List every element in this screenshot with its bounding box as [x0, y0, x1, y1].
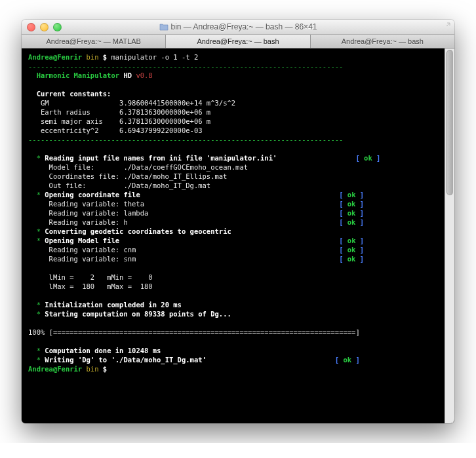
write-line: Writing 'Dg' to './Data/moho_IT_Dg.mat': [45, 356, 207, 364]
divider-2: ----------------------------------------…: [28, 136, 343, 143]
prompt-user-2: Andrea@Fenrir: [28, 365, 82, 373]
tab-bash-1[interactable]: Andrea@Freya:~ — bash: [166, 35, 310, 48]
const-1-l: Earth radius: [41, 108, 90, 116]
close-icon[interactable]: [27, 23, 35, 31]
prompt-cwd: bin: [87, 53, 99, 61]
const-0-v: 3.98600441500000e+14 m^3/s^2: [119, 99, 235, 107]
const-2-v: 6.37813630000000e+06 m: [119, 117, 210, 125]
const-2-l: semi major axis: [41, 117, 103, 125]
const-1-v: 6.37813630000000e+06 m: [119, 108, 210, 116]
ranges-2: lMax = 180 mMax = 180: [49, 282, 153, 290]
model-file-v: ./Data/coeffGOCEmoho_ocean.mat: [123, 163, 248, 171]
divider: ----------------------------------------…: [28, 62, 343, 70]
model-file-l: Model file:: [49, 163, 95, 171]
constants-heading: Current constants:: [37, 90, 111, 98]
scrollbar-thumb[interactable]: [446, 50, 453, 195]
progress-bar: [=======================================…: [49, 328, 360, 336]
prompt-symbol-2: $: [103, 365, 107, 373]
prompt-user: Andrea@Fenrir: [28, 53, 82, 61]
prompt-symbol: $: [103, 53, 107, 61]
read-h: Reading variable: h: [49, 218, 128, 226]
folder-icon: [159, 23, 169, 31]
terminal-wrap: Andrea@Fenrir bin $ manipulator -o 1 -t …: [22, 48, 454, 423]
step2-title: Opening coordinate file: [45, 191, 140, 199]
prompt-cwd-2: bin: [87, 365, 99, 373]
step1-title: Reading input file names from ini file '…: [45, 154, 277, 162]
out-file-v: ./Data/moho_IT_Dg.mat: [123, 181, 210, 189]
init-line: Initialization compleded in 20 ms: [45, 301, 182, 309]
traffic-lights: [27, 23, 62, 31]
done-line: Computation done in 10248 ms: [45, 347, 161, 354]
titlebar[interactable]: bin — Andrea@Freya:~ — bash — 86×41: [22, 20, 454, 35]
banner-name: Harmonic Manipulator: [37, 71, 119, 79]
read-snm: Reading variable: snm: [49, 255, 136, 263]
tab-bash-2[interactable]: Andrea@Freya:~ — bash: [311, 35, 454, 48]
coords-file-l: Coordinates file:: [49, 172, 119, 180]
start-line: Starting computation on 89338 points of …: [45, 310, 231, 318]
banner-version: v0.8: [136, 71, 152, 79]
const-3-v: 6.69437999220000e-03: [119, 126, 202, 134]
step3: Converting geodetic coordinates to geoce…: [45, 227, 231, 235]
terminal-output[interactable]: Andrea@Fenrir bin $ manipulator -o 1 -t …: [22, 48, 445, 423]
coords-file-v: ./Data/moho_IT_Ellips.mat: [123, 172, 227, 180]
window-title: bin — Andrea@Freya:~ — bash — 86×41: [22, 22, 454, 31]
minimize-icon[interactable]: [40, 23, 49, 31]
maximize-icon[interactable]: [53, 23, 62, 31]
ranges-1: lMin = 2 mMin = 0: [49, 273, 153, 281]
read-lambda: Reading variable: lambda: [49, 209, 149, 217]
tab-matlab[interactable]: Andrea@Freya:~ — MATLAB: [22, 35, 166, 48]
window-title-text: bin — Andrea@Freya:~ — bash — 86×41: [171, 22, 317, 31]
read-cnm: Reading variable: cnm: [49, 246, 136, 254]
progress-pct: 100%: [28, 328, 45, 336]
step4-title: Opening Model file: [45, 237, 119, 244]
read-theta: Reading variable: theta: [49, 200, 144, 208]
expand-icon[interactable]: [443, 22, 450, 30]
banner-edition: HD: [123, 71, 132, 79]
const-0-l: GM: [41, 99, 49, 107]
out-file-l: Out file:: [49, 181, 87, 189]
const-3-l: eccentricity^2: [41, 126, 99, 134]
scrollbar[interactable]: [445, 48, 454, 423]
tab-bar: Andrea@Freya:~ — MATLAB Andrea@Freya:~ —…: [22, 35, 454, 48]
prompt-command: manipulator -o 1 -t 2: [111, 53, 198, 61]
terminal-window: bin — Andrea@Freya:~ — bash — 86×41 Andr…: [22, 20, 454, 423]
